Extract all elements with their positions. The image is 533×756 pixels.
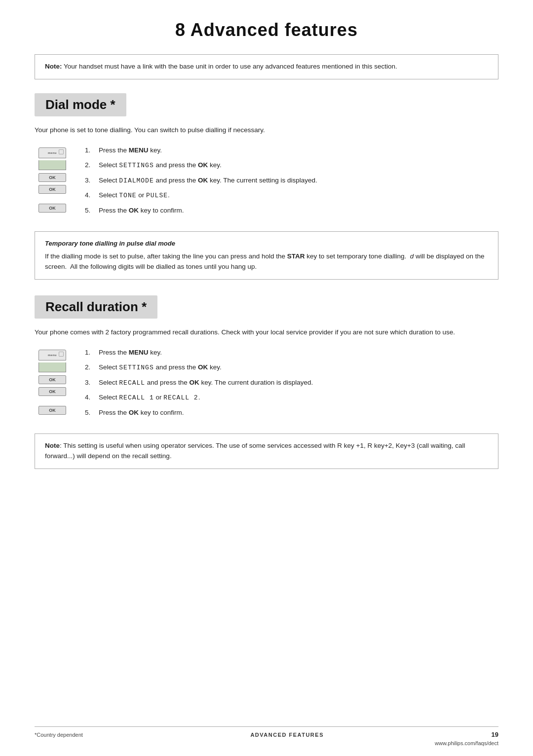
recall-ol: 1. Press the MENU key. 2. Select SETTING… <box>85 348 498 418</box>
phone-top-recall: menu <box>38 350 66 360</box>
phone-ok-btn-1-recall: OK <box>38 375 66 384</box>
footer-url: www.philips.com/faqs/dect <box>435 740 498 746</box>
phone-ok-btn-2-recall: OK <box>38 387 66 396</box>
page: 8 Advanced features Note: Your handset m… <box>0 0 533 756</box>
phone-graphic-dial: menu OK OK OK <box>35 147 70 213</box>
footer-country-note: *Country dependent <box>35 732 83 738</box>
page-footer: *Country dependent ADVANCED FEATURES 19 <box>35 726 498 738</box>
phone-graphic-recall: menu OK OK OK <box>35 350 70 415</box>
recall-note-box: Note: This setting is useful when using … <box>35 433 498 469</box>
dial-mode-steps-list: 1. Press the MENU key. 2. Select SETTING… <box>85 145 498 220</box>
recall-duration-intro: Your phone comes with 2 factory programm… <box>35 327 498 338</box>
phone-ok-btn-1-dial: OK <box>38 173 66 182</box>
dial-mode-steps-area: menu OK OK OK 1. Press the MENU key. 2. <box>35 145 498 220</box>
top-note-label: Note: <box>45 63 62 70</box>
dial-step-2: 2. Select SETTINGS and press the OK key. <box>85 160 498 171</box>
tip-title: Temporary tone dialling in pulse dial mo… <box>45 239 488 249</box>
dial-mode-ol: 1. Press the MENU key. 2. Select SETTING… <box>85 145 498 216</box>
dial-mode-section: Dial mode * Your phone is set to tone di… <box>35 93 498 280</box>
dial-step-4: 4. Select TONE or PULSE. <box>85 190 498 201</box>
phone-ok-btn-3-dial: OK <box>38 204 66 213</box>
dial-step-3: 3. Select DIALMODE and press the OK key.… <box>85 176 498 186</box>
top-note-box: Note: Your handset must have a link with… <box>35 54 498 79</box>
phone-ok-btn-2-dial: OK <box>38 185 66 194</box>
recall-step-2: 2. Select SETTINGS and press the OK key. <box>85 362 498 373</box>
phone-ok-btn-3-recall: OK <box>38 406 66 415</box>
recall-steps-list: 1. Press the MENU key. 2. Select SETTING… <box>85 348 498 423</box>
recall-note-text: Note: This setting is useful when using … <box>45 441 488 462</box>
footer-page-number: 19 <box>492 731 498 738</box>
phone-screen-recall <box>38 362 66 372</box>
recall-duration-section: Recall duration * Your phone comes with … <box>35 295 498 469</box>
phone-top-dial: menu <box>38 147 66 158</box>
phone-screen-dial <box>38 160 66 170</box>
dial-mode-intro: Your phone is set to tone dialling. You … <box>35 125 498 136</box>
chapter-title: 8 Advanced features <box>35 20 498 40</box>
dial-step-1: 1. Press the MENU key. <box>85 145 498 155</box>
footer-center-text: ADVANCED FEATURES <box>83 732 492 738</box>
dial-mode-heading: Dial mode * <box>35 93 126 116</box>
recall-step-4: 4. Select RECALL 1 or RECALL 2. <box>85 393 498 403</box>
dial-mode-tip-box: Temporary tone dialling in pulse dial mo… <box>35 231 498 280</box>
recall-duration-heading: Recall duration * <box>35 295 157 319</box>
recall-steps-area: menu OK OK OK 1. Press the MENU key. 2. <box>35 348 498 423</box>
dial-step-5: 5. Press the OK key to confirm. <box>85 206 498 216</box>
recall-step-1: 1. Press the MENU key. <box>85 348 498 358</box>
recall-step-5: 5. Press the OK key to confirm. <box>85 408 498 418</box>
tip-text: If the dialling mode is set to pulse, af… <box>45 252 488 272</box>
recall-step-3: 3. Select RECALL and press the OK key. T… <box>85 378 498 388</box>
top-note-text: Your handset must have a link with the b… <box>62 63 397 70</box>
